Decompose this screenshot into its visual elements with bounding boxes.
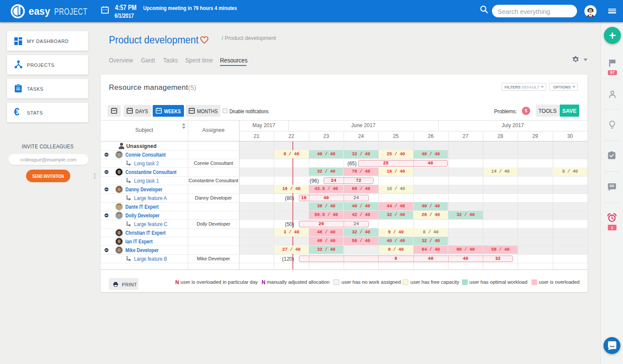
svg-text:€: € bbox=[14, 107, 20, 117]
